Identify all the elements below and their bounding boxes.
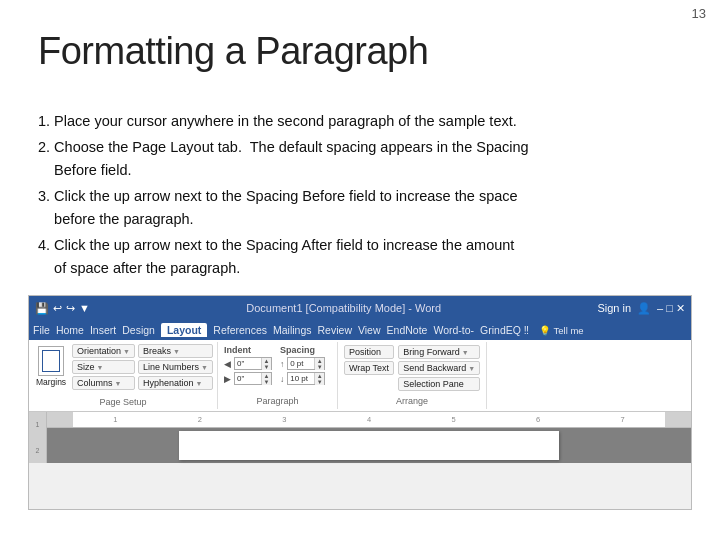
tab-insert[interactable]: Insert [90, 324, 116, 336]
spacing-after-value: 10 pt [290, 374, 308, 383]
titlebar-left: 💾 ↩ ↪ ▼ [35, 302, 90, 315]
spacing-section: Spacing ↑ 0 pt ▲ ▼ [280, 345, 325, 385]
vruler-mark: 1 [36, 421, 40, 428]
indent-left-label: ◀ [224, 359, 231, 369]
step-4: 4. Click the up arrow next to the Spacin… [38, 234, 700, 279]
arrange-label: Arrange [344, 394, 480, 406]
ruler-mark-6: 6 [536, 415, 540, 424]
titlebar-right: Sign in 👤 – □ ✕ [597, 302, 685, 315]
linenumbers-button[interactable]: Line Numbers ▼ [138, 360, 213, 374]
slide-body: 1. Place your cursor anywhere in the sec… [38, 110, 700, 283]
ruler-mark-7: 7 [621, 415, 625, 424]
document-page [179, 431, 559, 460]
word-redo-icon[interactable]: ↪ [66, 302, 75, 315]
word-customize-icon[interactable]: ▼ [79, 302, 90, 314]
spacing-after-spinners: ▲ ▼ [314, 373, 324, 384]
page-setup-buttons2: Breaks ▼ Line Numbers ▼ Hyphenation ▼ [138, 344, 213, 390]
word-undo-icon[interactable]: ↩ [53, 302, 62, 315]
tab-wordto[interactable]: Word-to- [433, 324, 474, 336]
paragraph-label: Paragraph [224, 394, 331, 406]
hyphenation-button[interactable]: Hyphenation ▼ [138, 376, 213, 390]
spacing-before-down[interactable]: ▼ [315, 364, 324, 370]
tab-grindeq[interactable]: GrindEQ ‼ [480, 324, 529, 336]
slide-number: 13 [692, 6, 706, 21]
word-ribbon: Margins Orientation ▼ Size ▼ Columns ▼ B… [29, 340, 691, 412]
spacing-before-spinners: ▲ ▼ [314, 358, 324, 369]
slide-title: Formatting a Paragraph [38, 30, 428, 73]
page-setup-group: Margins Orientation ▼ Size ▼ Columns ▼ B… [29, 342, 218, 409]
spacing-before-value: 0 pt [290, 359, 303, 368]
indent-left-field[interactable]: 0" ▲ ▼ [234, 357, 272, 370]
tab-references[interactable]: References [213, 324, 267, 336]
tab-home[interactable]: Home [56, 324, 84, 336]
arrange-top: Position Wrap Text Bring Forward ▼ Send … [344, 345, 480, 391]
ruler-mark-5: 5 [451, 415, 455, 424]
ruler-doc-area: 1 2 1 2 3 4 5 6 7 [29, 412, 691, 463]
indent-right-label: ▶ [224, 374, 231, 384]
ruler-mark-2: 2 [198, 415, 202, 424]
page-area [47, 428, 691, 463]
signin-link[interactable]: Sign in [597, 302, 631, 314]
selection-pane-button[interactable]: Selection Pane [398, 377, 480, 391]
send-backward-button[interactable]: Send Backward ▼ [398, 361, 480, 375]
size-button[interactable]: Size ▼ [72, 360, 135, 374]
breaks-button[interactable]: Breaks ▼ [138, 344, 213, 358]
margins-label: Margins [36, 377, 66, 387]
word-window: 💾 ↩ ↪ ▼ Document1 [Compatibility Mode] -… [28, 295, 692, 510]
margins-button[interactable]: Margins [33, 344, 69, 389]
indent-spacing-fields: Indent ◀ 0" ▲ ▼ ▶ [224, 345, 331, 385]
step-1: 1. Place your cursor anywhere in the sec… [38, 110, 700, 132]
page-setup-buttons: Orientation ▼ Size ▼ Columns ▼ [72, 344, 135, 390]
page-setup-top: Margins Orientation ▼ Size ▼ Columns ▼ B… [33, 344, 213, 395]
tab-file[interactable]: File [33, 324, 50, 336]
ruler-mark-4: 4 [367, 415, 371, 424]
tab-review[interactable]: Review [318, 324, 352, 336]
indent-left-spinners: ▲ ▼ [261, 358, 271, 369]
window-icon1[interactable]: 👤 [637, 302, 651, 315]
slide-container: 13 Formatting a Paragraph 1. Place your … [0, 0, 720, 540]
tab-endnote[interactable]: EndNote [387, 324, 428, 336]
columns-button[interactable]: Columns ▼ [72, 376, 135, 390]
tab-tellme[interactable]: 💡 Tell me [539, 325, 584, 336]
ruler-content: 1 2 3 4 5 6 7 [73, 412, 665, 427]
spacing-after-label: ↓ [280, 374, 284, 384]
bring-forward-button[interactable]: Bring Forward ▼ [398, 345, 480, 359]
tab-design[interactable]: Design [122, 324, 155, 336]
indent-left-row: ◀ 0" ▲ ▼ [224, 357, 272, 370]
spacing-before-label: ↑ [280, 359, 284, 369]
word-titlebar: 💾 ↩ ↪ ▼ Document1 [Compatibility Mode] -… [29, 296, 691, 320]
orientation-button[interactable]: Orientation ▼ [72, 344, 135, 358]
arrange-buttons1: Position Wrap Text [344, 345, 394, 391]
document-title: Document1 [Compatibility Mode] - Word [246, 302, 441, 314]
indent-right-value: 0" [237, 374, 244, 383]
indent-right-row: ▶ 0" ▲ ▼ [224, 372, 272, 385]
window-controls[interactable]: – □ ✕ [657, 302, 685, 315]
spacing-after-field[interactable]: 10 pt ▲ ▼ [287, 372, 325, 385]
word-save-icon[interactable]: 💾 [35, 302, 49, 315]
tab-view[interactable]: View [358, 324, 381, 336]
horizontal-ruler: 1 2 3 4 5 6 7 [47, 412, 691, 428]
doc-area: 1 2 3 4 5 6 7 [47, 412, 691, 463]
spacing-before-field[interactable]: 0 pt ▲ ▼ [287, 357, 325, 370]
vruler-mark: 2 [36, 447, 40, 454]
spacing-label: Spacing [280, 345, 325, 355]
arrange-buttons2: Bring Forward ▼ Send Backward ▼ Selectio… [398, 345, 480, 391]
indent-right-field[interactable]: 0" ▲ ▼ [234, 372, 272, 385]
vertical-ruler: 1 2 [29, 412, 47, 463]
indent-right-down[interactable]: ▼ [262, 379, 271, 385]
spacing-before-row: ↑ 0 pt ▲ ▼ [280, 357, 325, 370]
wrap-text-button[interactable]: Wrap Text [344, 361, 394, 375]
ruler-mark-3: 3 [282, 415, 286, 424]
ruler-margin-right [665, 412, 683, 427]
step-2: 2. Choose the Page Layout tab. The defau… [38, 136, 700, 181]
indent-right-spinners: ▲ ▼ [261, 373, 271, 384]
position-button[interactable]: Position [344, 345, 394, 359]
tab-layout[interactable]: Layout [161, 323, 207, 337]
ruler-margin-left [55, 412, 73, 427]
paragraph-group: Indent ◀ 0" ▲ ▼ ▶ [218, 342, 338, 409]
spacing-after-down[interactable]: ▼ [315, 379, 324, 385]
tab-mailings[interactable]: Mailings [273, 324, 312, 336]
indent-section: Indent ◀ 0" ▲ ▼ ▶ [224, 345, 272, 385]
step-3: 3. Click the up arrow next to the Spacin… [38, 185, 700, 230]
indent-left-down[interactable]: ▼ [262, 364, 271, 370]
